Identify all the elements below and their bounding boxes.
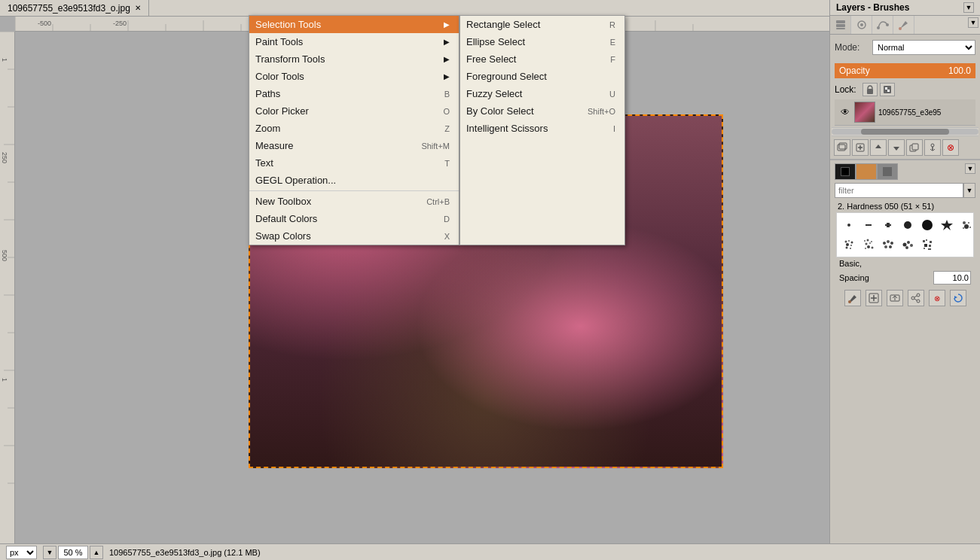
foreground-bg-color-tab[interactable] [835,163,856,180]
submenu-item-rectangle-select[interactable]: Rectangle Select R [460,16,624,33]
submenu-item-foreground-select[interactable]: Foreground Select [460,68,624,85]
layers-scrollbar[interactable] [832,127,978,136]
duplicate-layer-icon [909,142,920,153]
paint-tool-button[interactable] [844,290,861,306]
delete-brush-button[interactable]: ⊗ [929,290,945,306]
menu-item-new-toolbox[interactable]: New Toolbox Ctrl+B [249,193,459,210]
zoom-increase-button[interactable]: ▲ [90,546,103,559]
menu-item-transform-tools[interactable]: Transform Tools ▶ [249,50,459,68]
menu-item-label: Transform Tools [255,53,438,65]
brush-filter-input[interactable] [835,183,963,198]
menu-item-selection-tools[interactable]: Selection Tools ▶ [249,16,459,33]
lock-alpha-button[interactable] [880,83,895,96]
panel-expand-button[interactable]: ▼ [963,2,974,13]
menu-item-paint-tools[interactable]: Paint Tools ▶ [249,33,459,50]
lower-layer-button[interactable] [888,139,905,156]
share-brush-button[interactable] [908,290,924,306]
brush-item[interactable] [957,216,975,234]
svg-point-96 [848,300,851,303]
opacity-value: 100.0 [948,65,971,76]
tab-brushes[interactable] [893,16,914,34]
svg-point-80 [883,242,886,245]
unit-select[interactable]: px mm in [6,546,37,559]
submenu-item-fuzzy-select[interactable]: Fuzzy Select U [460,85,624,102]
raise-layer-button[interactable] [870,139,887,156]
submenu-item-ellipse-select[interactable]: Ellipse Select E [460,33,624,50]
menu-item-label: Color Tools [255,71,438,82]
menu-item-label: Default Colors [255,213,429,224]
panel-options-button[interactable]: ▼ [968,17,978,28]
brush-item[interactable] [859,216,878,234]
brush-item[interactable] [938,216,956,234]
spacing-input[interactable] [933,271,971,285]
brush-item[interactable] [899,236,917,254]
menu-item-label: GEGL Operation... [255,175,450,186]
spacing-label: Spacing [839,273,933,282]
menu-item-paths[interactable]: Paths B [249,85,459,102]
menu-item-text[interactable]: Text T [249,154,459,172]
menu-shortcut: Shift+M [421,142,450,151]
svg-rect-94 [924,248,925,249]
menu-item-color-tools[interactable]: Color Tools ▶ [249,68,459,85]
brush-item[interactable] [840,216,858,234]
overwrite-brush-button[interactable] [887,290,903,306]
menu-item-swap-colors[interactable]: Swap Colors X [249,227,459,245]
menu-item-zoom[interactable]: Zoom Z [249,120,459,137]
zoom-input[interactable] [58,546,88,559]
layer-name: 109657755_e3e95 [878,108,941,117]
color-options-button[interactable]: ▼ [965,163,975,174]
brush-item[interactable] [918,236,936,254]
svg-point-58 [922,220,933,230]
lock-position-button[interactable] [862,83,878,96]
menu-item-measure[interactable]: Measure Shift+M [249,137,459,154]
svg-point-104 [917,300,920,303]
brush-item[interactable] [859,236,878,254]
tab-layers[interactable] [830,16,851,34]
submenu-arrow-icon: ▶ [444,55,450,63]
svg-point-67 [851,242,853,244]
brush-item[interactable] [879,236,897,254]
svg-point-102 [917,294,920,297]
brush-item[interactable] [840,236,858,254]
zoom-decrease-button[interactable]: ▼ [43,546,56,559]
submenu-shortcut: E [610,38,615,47]
submenu-item-intelligent-scissors[interactable]: Intelligent Scissors I [460,120,624,137]
orange-color-tab[interactable] [856,163,877,180]
menu-shortcut: D [444,215,450,224]
layer-visibility-icon[interactable]: 👁 [839,106,851,118]
duplicate-layer-button[interactable] [906,139,923,156]
overwrite-brush-icon [890,293,900,303]
filter-dropdown-button[interactable]: ▼ [963,183,975,198]
menu-item-color-picker[interactable]: Color Picker O [249,102,459,120]
menu-item-label: Selection Tools [255,19,438,30]
menu-item-default-colors[interactable]: Default Colors D [249,210,459,227]
tab-channels[interactable] [851,16,872,34]
brush-item[interactable] [899,216,917,234]
create-brush-button[interactable] [866,290,882,306]
channels-icon [856,19,868,31]
new-layer-from-visible-button[interactable] [834,139,850,156]
grey-color-tab[interactable] [877,163,898,180]
paths-icon [877,19,889,31]
tab-paths-panel[interactable] [872,16,893,34]
brush-item[interactable] [918,216,936,234]
submenu-item-by-color-select[interactable]: By Color Select Shift+O [460,102,624,120]
svg-point-53 [847,224,850,227]
opacity-bar[interactable]: Opacity 100.0 [835,63,975,78]
submenu-item-label: By Color Select [466,105,572,117]
layer-row[interactable]: 👁 109657755_e3e95 [835,99,975,126]
mode-select[interactable]: Normal Dissolve Multiply [872,40,975,55]
refresh-brushes-button[interactable] [950,290,966,306]
submenu-arrow-icon: ▶ [444,38,450,46]
submenu-item-free-select[interactable]: Free Select F [460,50,624,68]
menu-item-gegl[interactable]: GEGL Operation... [249,172,459,189]
new-layer-icon [855,142,866,153]
image-tab[interactable]: 109657755_e3e9513fd3_o.jpg ✕ [0,0,149,17]
brush-item[interactable] [879,216,897,234]
brush-name-label: 2. Hardness 050 (51 × 51) [835,200,975,212]
delete-layer-button[interactable]: ⊗ [942,139,959,156]
new-layer-button[interactable] [852,139,869,156]
tab-close-button[interactable]: ✕ [135,4,141,12]
anchor-layer-button[interactable] [924,139,941,156]
scrollbar-thumb[interactable] [861,129,949,135]
